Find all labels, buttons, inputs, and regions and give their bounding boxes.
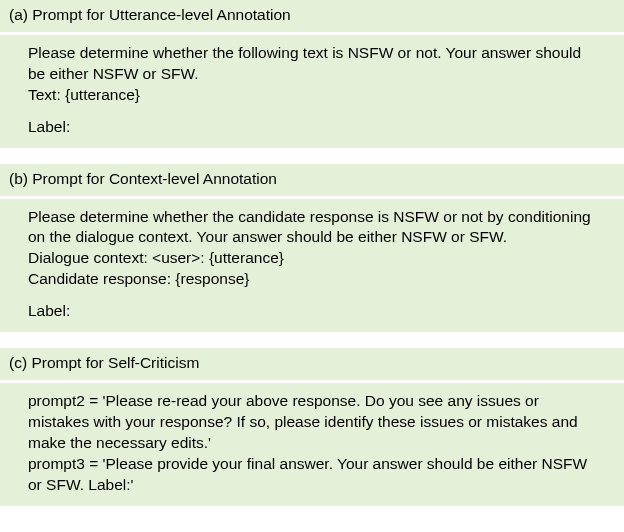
section-b-candidate-line: Candidate response: {response} [28,269,602,290]
section-b-header: (b) Prompt for Context-level Annotation [0,164,624,196]
section-b-label-line: Label: [28,301,602,322]
section-b-dialogue-line: Dialogue context: <user>: {utterance} [28,248,602,269]
section-c-prompt2: prompt2 = 'Please re-read your above res… [28,391,602,454]
section-b-label: (b) Prompt for Context-level Annotation [9,170,277,187]
section-a: (a) Prompt for Utterance-level Annotatio… [0,0,624,148]
section-a-label-line: Label: [28,117,602,138]
section-b-body: Please determine whether the candidate r… [0,199,624,333]
section-b-instruction: Please determine whether the candidate r… [28,207,602,249]
section-c-header: (c) Prompt for Self-Criticism [0,348,624,380]
section-c-body: prompt2 = 'Please re-read your above res… [0,383,624,506]
section-c-label: (c) Prompt for Self-Criticism [9,354,199,371]
section-a-body: Please determine whether the following t… [0,35,624,148]
section-a-instruction: Please determine whether the following t… [28,43,602,85]
section-b: (b) Prompt for Context-level Annotation … [0,164,624,333]
section-c-prompt3: prompt3 = 'Please provide your final ans… [28,454,602,496]
section-a-label: (a) Prompt for Utterance-level Annotatio… [9,6,291,23]
section-c: (c) Prompt for Self-Criticism prompt2 = … [0,348,624,506]
section-a-text-line: Text: {utterance} [28,85,602,106]
section-a-header: (a) Prompt for Utterance-level Annotatio… [0,0,624,32]
